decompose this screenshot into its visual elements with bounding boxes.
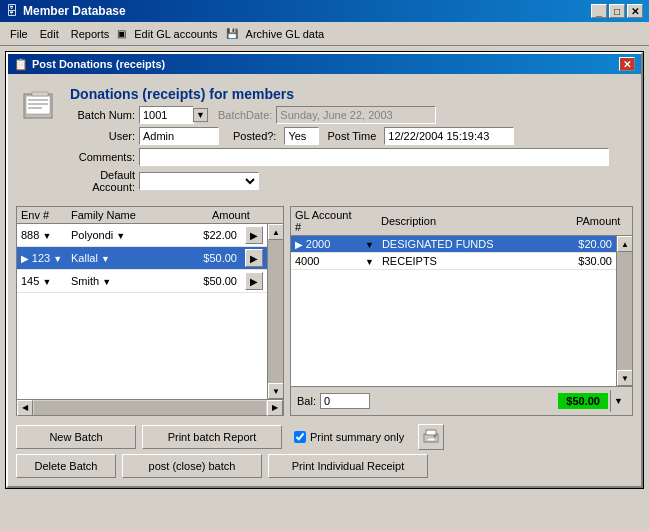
app-icon: 🗄: [6, 4, 18, 18]
mini-action-btn[interactable]: [418, 424, 444, 450]
buttons-row-1: New Batch Print batch Report Print summa…: [16, 420, 633, 450]
user-input[interactable]: [139, 127, 219, 145]
post-time-input[interactable]: [384, 127, 514, 145]
table-row-selected[interactable]: ▶ 123 ▼ Kallal ▼ $50.00 ▶: [17, 247, 267, 270]
right-corner-scroll[interactable]: ▼: [610, 390, 626, 412]
print-summary-text: Print summary only: [310, 431, 404, 443]
col-gl-account: GL Account #: [291, 207, 361, 236]
default-account-label: Default Account:: [70, 169, 135, 193]
left-table-scroll[interactable]: 888 ▼ Polyondi ▼ $22.00 ▶ ▶ 123 ▼ Kallal…: [17, 224, 267, 399]
menu-reports[interactable]: Reports: [65, 26, 116, 42]
right-scrollbar[interactable]: ▲ ▼: [616, 236, 632, 386]
default-account-select[interactable]: [139, 172, 259, 190]
env-888: 888 ▼: [17, 224, 67, 247]
main-area: 📋 Post Donations (receipts) ✕: [0, 46, 649, 494]
scroll-htrack-left: [34, 401, 266, 415]
balance-row: Bal: $50.00 ▼: [291, 386, 632, 415]
dialog-icon: 📋: [14, 58, 28, 71]
amount-50-1: $50.00: [186, 247, 241, 270]
balance-label: Bal:: [297, 395, 316, 407]
right-table-body: ▶ 2000 ▼ DESIGNATED FUNDS $20.00 4000 ▼ …: [291, 236, 616, 270]
user-label: User:: [70, 130, 135, 142]
user-row: User: Posted?: Post Time: [70, 127, 629, 145]
gl-row-1[interactable]: ▶ 2000 ▼ DESIGNATED FUNDS $20.00: [291, 236, 616, 253]
scroll-down-left[interactable]: ▼: [268, 383, 283, 399]
desc-designated: DESIGNATED FUNDS: [378, 236, 556, 253]
svg-point-9: [434, 435, 437, 438]
right-table-container: GL Account # Description PAmount: [290, 206, 633, 416]
dialog-titlebar: 📋 Post Donations (receipts) ✕: [8, 54, 641, 74]
comments-row: Comments:: [70, 148, 629, 166]
nav-2[interactable]: ▶: [241, 247, 267, 270]
left-bottom-scrollbar[interactable]: ◀ ▶: [17, 399, 283, 415]
table-row[interactable]: 888 ▼ Polyondi ▼ $22.00 ▶: [17, 224, 267, 247]
nav-arrow-1[interactable]: ▶: [245, 226, 263, 244]
scroll-down-right[interactable]: ▼: [617, 370, 632, 386]
menu-archive-gl[interactable]: Archive GL data: [240, 26, 330, 42]
scroll-right[interactable]: ▶: [267, 400, 283, 416]
dialog-content: Donations (receipts) for members Batch N…: [8, 74, 641, 486]
balance-total: $50.00: [558, 393, 608, 409]
right-table-scroll[interactable]: ▶ 2000 ▼ DESIGNATED FUNDS $20.00 4000 ▼ …: [291, 236, 616, 386]
scroll-track-left: [268, 240, 283, 383]
batch-date-input: [276, 106, 436, 124]
maximize-btn[interactable]: □: [609, 4, 625, 18]
svg-rect-5: [32, 92, 48, 96]
col-amount: Amount: [208, 207, 263, 224]
gl-2000-select[interactable]: ▼: [361, 236, 378, 253]
nav-1[interactable]: ▶: [241, 224, 267, 247]
left-table-body: 888 ▼ Polyondi ▼ $22.00 ▶ ▶ 123 ▼ Kallal…: [17, 224, 267, 293]
post-close-batch-button[interactable]: post (close) batch: [122, 454, 262, 478]
scroll-up-right[interactable]: ▲: [617, 236, 632, 252]
right-header-table: GL Account # Description PAmount: [291, 207, 632, 236]
table-row-2[interactable]: 145 ▼ Smith ▼ $50.00 ▶: [17, 270, 267, 293]
default-account-row: Default Account:: [70, 169, 629, 193]
menu-file[interactable]: File: [4, 26, 34, 42]
nav-arrow-2[interactable]: ▶: [245, 249, 263, 267]
batch-num-input[interactable]: [139, 106, 194, 124]
close-btn[interactable]: ✕: [627, 4, 643, 18]
header-info: Donations (receipts) for members Batch N…: [70, 86, 629, 196]
pamt-20: $20.00: [556, 236, 616, 253]
name-kallal: Kallal ▼: [67, 247, 186, 270]
nav-arrow-3[interactable]: ▶: [245, 272, 263, 290]
col-gl-select: [361, 207, 377, 236]
amount-50-2: $50.00: [186, 270, 241, 293]
gl-4000: 4000: [291, 253, 361, 270]
balance-input[interactable]: [320, 393, 370, 409]
env-145: 145 ▼: [17, 270, 67, 293]
print-summary-checkbox[interactable]: [294, 431, 306, 443]
amount-22: $22.00: [186, 224, 241, 247]
batch-num-dropdown[interactable]: ▼: [193, 108, 208, 122]
dialog-close-btn[interactable]: ✕: [619, 57, 635, 71]
nav-3[interactable]: ▶: [241, 270, 267, 293]
post-time-label: Post Time: [327, 130, 376, 142]
comments-input[interactable]: [139, 148, 609, 166]
scroll-up-left[interactable]: ▲: [268, 224, 283, 240]
name-smith: Smith ▼: [67, 270, 186, 293]
col-env: Env #: [17, 207, 67, 224]
col-pamount: PAmount: [572, 207, 632, 236]
print-individual-receipt-button[interactable]: Print Individual Receipt: [268, 454, 428, 478]
print-batch-report-button[interactable]: Print batch Report: [142, 425, 282, 449]
batch-num-row: Batch Num: ▼ BatchDate:: [70, 106, 629, 124]
new-batch-button[interactable]: New Batch: [16, 425, 136, 449]
posted-input[interactable]: [284, 127, 319, 145]
svg-rect-7: [426, 430, 436, 435]
post-donations-dialog: 📋 Post Donations (receipts) ✕: [6, 52, 643, 488]
batch-date-label: BatchDate:: [218, 109, 272, 121]
menu-edit-gl[interactable]: Edit GL accounts: [128, 26, 223, 42]
menu-bar: File Edit Reports ▣ Edit GL accounts 💾 A…: [0, 22, 649, 46]
left-data-table: Env # Family Name Amount: [17, 207, 283, 224]
delete-batch-button[interactable]: Delete Batch: [16, 454, 116, 478]
gl-row-2[interactable]: 4000 ▼ RECEIPTS $30.00: [291, 253, 616, 270]
col-nav: [263, 207, 283, 224]
batch-num-label: Batch Num:: [70, 109, 135, 121]
menu-edit[interactable]: Edit: [34, 26, 65, 42]
gl-4000-select[interactable]: ▼: [361, 253, 378, 270]
left-scrollbar[interactable]: ▲ ▼: [267, 224, 283, 399]
dialog-header: Donations (receipts) for members Batch N…: [16, 82, 633, 200]
minimize-btn[interactable]: _: [591, 4, 607, 18]
scroll-left[interactable]: ◀: [17, 400, 33, 416]
desc-receipts: RECEIPTS: [378, 253, 556, 270]
